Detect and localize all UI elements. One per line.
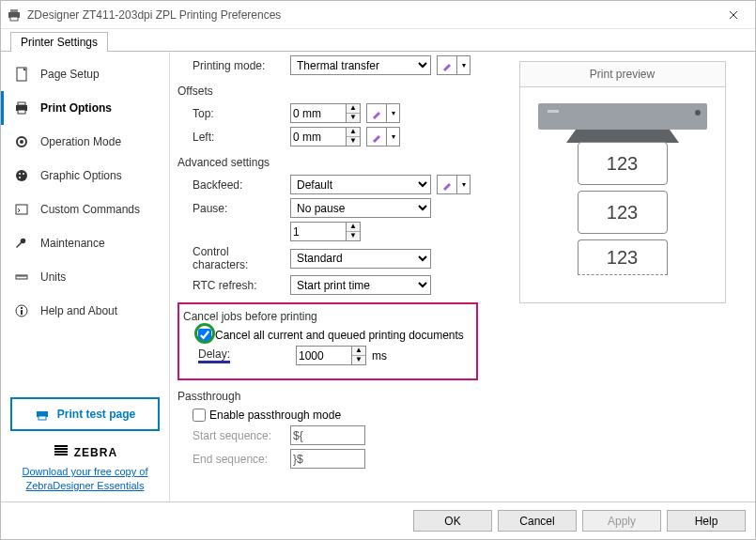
sidebar-item-operation-mode[interactable]: Operation Mode <box>1 125 169 159</box>
svg-rect-20 <box>538 103 707 130</box>
svg-rect-17 <box>21 307 23 309</box>
sidebar-item-label: Page Setup <box>40 68 100 81</box>
zebra-logo: ZEBRA <box>10 444 160 461</box>
print-test-page-button[interactable]: Print test page <box>10 397 160 431</box>
offset-left-label: Left: <box>193 131 285 144</box>
preview-body: 123 123 123 <box>519 87 726 303</box>
download-zebradesigner-link[interactable]: Download your free copy of ZebraDesigner… <box>10 465 160 492</box>
sidebar-item-graphic-options[interactable]: Graphic Options <box>1 159 169 193</box>
preview-label: 123 <box>578 142 668 185</box>
sidebar-item-custom-commands[interactable]: Custom Commands <box>1 193 169 226</box>
edit-printing-mode-button[interactable]: ▾ <box>437 55 471 75</box>
titlebar: ZDesigner ZT411-203dpi ZPL Printing Pref… <box>1 1 755 29</box>
rtc-select[interactable]: Start print time <box>290 275 431 295</box>
pause-select[interactable]: No pause <box>290 198 431 218</box>
tab-printer-settings[interactable]: Printer Settings <box>10 32 108 52</box>
window-title: ZDesigner ZT411-203dpi ZPL Printing Pref… <box>27 8 712 22</box>
edit-offset-left-button[interactable]: ▾ <box>366 127 400 147</box>
end-seq-input <box>290 449 365 469</box>
svg-rect-23 <box>576 130 670 143</box>
cancel-all-label: Cancel all current and queued printing d… <box>215 329 464 342</box>
control-chars-select[interactable]: Standard <box>290 249 431 269</box>
svg-rect-5 <box>18 102 25 105</box>
spinner-buttons[interactable]: ▲▼ <box>347 103 361 123</box>
passthrough-header: Passthrough <box>177 390 478 403</box>
settings-panel: Printing mode: Thermal transfer ▾ Offset… <box>170 52 489 501</box>
printing-mode-select[interactable]: Thermal transfer <box>290 55 431 75</box>
close-button[interactable] <box>712 1 755 29</box>
printer-icon <box>7 8 22 23</box>
close-icon <box>729 10 738 20</box>
info-icon <box>14 303 29 318</box>
svg-point-9 <box>16 170 27 181</box>
svg-point-10 <box>19 173 21 175</box>
sidebar-item-print-options[interactable]: Print Options <box>1 91 169 125</box>
brand-text: ZEBRA <box>74 446 117 459</box>
ok-button[interactable]: OK <box>413 510 492 532</box>
svg-marker-25 <box>670 130 679 143</box>
start-seq-input <box>290 425 365 445</box>
svg-point-11 <box>23 173 24 175</box>
backfeed-select[interactable]: Default <box>290 175 431 194</box>
spinner-buttons[interactable]: ▲▼ <box>347 127 361 147</box>
cancel-all-checkbox[interactable] <box>198 329 211 342</box>
offsets-header: Offsets <box>177 85 478 98</box>
svg-point-22 <box>695 110 701 116</box>
test-button-label: Print test page <box>57 408 135 421</box>
sidebar-item-label: Maintenance <box>40 237 105 250</box>
pause-label: Pause: <box>193 202 285 215</box>
passthrough-checkbox[interactable] <box>193 409 206 422</box>
spinner-buttons[interactable]: ▲▼ <box>347 222 361 241</box>
pause-count-input[interactable] <box>290 222 347 241</box>
sidebar-item-units[interactable]: Units <box>1 260 169 294</box>
end-seq-label: End sequence: <box>193 453 285 466</box>
sidebar-item-label: Units <box>40 270 66 284</box>
preview-label: 123 <box>578 191 668 234</box>
svg-rect-2 <box>10 17 18 21</box>
passthrough-label: Enable passthrough mode <box>209 409 341 422</box>
spinner-buttons[interactable]: ▲▼ <box>352 346 366 365</box>
sidebar: Page Setup Print Options Operation Mode … <box>1 52 170 501</box>
edit-backfeed-button[interactable]: ▾ <box>437 175 471 194</box>
edit-offset-top-button[interactable]: ▾ <box>366 103 400 123</box>
svg-rect-1 <box>10 9 18 12</box>
ruler-icon <box>14 270 29 285</box>
chevron-down-icon: ▾ <box>456 176 470 193</box>
control-chars-label: Control characters: <box>193 245 285 271</box>
advanced-header: Advanced settings <box>177 156 478 169</box>
pencil-icon <box>371 108 382 119</box>
preview-title: Print preview <box>519 61 726 87</box>
preview-panel: Print preview 123 123 123 <box>489 52 755 501</box>
svg-rect-19 <box>39 416 46 420</box>
palette-icon <box>14 168 29 183</box>
cancel-jobs-highlight: Cancel jobs before printing Cancel all c… <box>177 302 478 380</box>
tabstrip: Printer Settings <box>1 29 755 52</box>
chevron-down-icon: ▾ <box>386 104 399 122</box>
rtc-label: RTC refresh: <box>193 279 285 292</box>
print-icon <box>35 407 50 422</box>
svg-point-8 <box>20 140 23 144</box>
sidebar-item-maintenance[interactable]: Maintenance <box>1 226 169 260</box>
apply-button: Apply <box>582 510 661 532</box>
pencil-icon <box>441 60 453 71</box>
svg-rect-21 <box>548 110 559 113</box>
help-button[interactable]: Help <box>667 510 746 532</box>
sidebar-item-label: Operation Mode <box>40 135 121 148</box>
command-icon <box>14 202 29 217</box>
print-icon <box>14 100 29 116</box>
backfeed-label: Backfeed: <box>193 178 285 192</box>
sidebar-item-page-setup[interactable]: Page Setup <box>1 57 169 91</box>
offset-left-input[interactable] <box>290 127 347 147</box>
delay-input[interactable] <box>296 346 352 365</box>
printer-graphic <box>533 99 712 146</box>
svg-point-12 <box>19 177 21 178</box>
offset-top-input[interactable] <box>290 103 347 123</box>
sidebar-item-help-about[interactable]: Help and About <box>1 294 169 328</box>
svg-marker-24 <box>566 130 576 143</box>
preview-label: 123 <box>578 239 668 275</box>
svg-rect-6 <box>18 110 25 114</box>
cancel-button[interactable]: Cancel <box>498 510 577 532</box>
chevron-down-icon: ▾ <box>386 128 399 146</box>
dialog-footer: OK Cancel Apply Help <box>1 501 755 539</box>
delay-label: Delay: <box>198 347 290 363</box>
